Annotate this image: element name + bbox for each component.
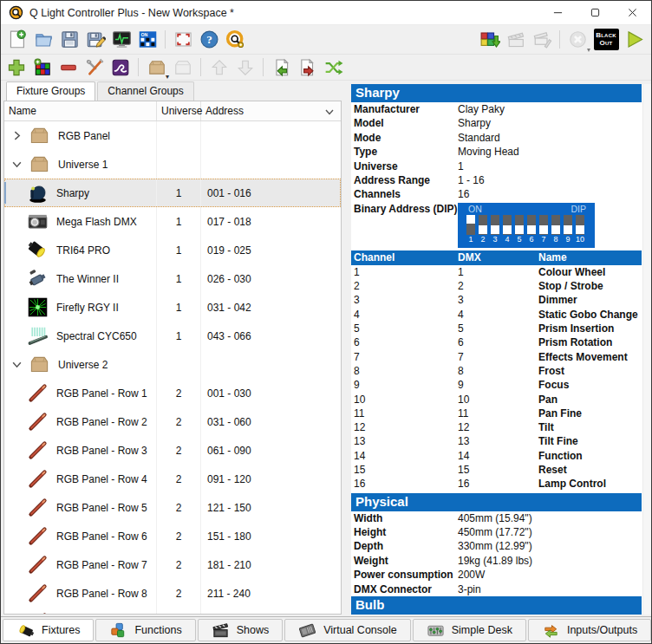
tree-cell-universe: 1	[157, 322, 201, 350]
property-row: Width405mm (15.94")	[351, 511, 642, 525]
dmx-number: 15	[458, 463, 538, 477]
svg-text:?: ?	[206, 33, 212, 46]
property-row: Universe1	[351, 159, 642, 173]
channel-number: 10	[351, 393, 458, 407]
tree-row-universe-2[interactable]: Universe 2	[4, 350, 341, 379]
tree-cell-universe: 2	[157, 579, 201, 608]
fixtures-panel: Fixture GroupsChannel Groups Name Univer…	[3, 81, 342, 615]
tree-row-sharpy[interactable]: Sharpy1001 - 016	[4, 179, 341, 207]
chevron-right-icon[interactable]	[11, 130, 23, 141]
tree-row-rgb-panel-row-9[interactable]: RGB Panel - Row 92241 - 270	[4, 608, 341, 614]
move-down-button[interactable]	[233, 56, 257, 78]
open-workspace-button[interactable]	[31, 28, 55, 51]
about-button[interactable]	[223, 28, 247, 51]
tab-channel-groups[interactable]: Channel Groups	[97, 81, 193, 101]
tree-row-firefly-rgy-ii[interactable]: Firefly RGY II1031 - 042	[4, 293, 341, 322]
chevron-down-icon[interactable]	[11, 159, 23, 170]
tree-row-rgb-panel[interactable]: RGB Panel	[4, 121, 341, 150]
toolbar-separator	[165, 30, 166, 49]
tree-row-rgb-panel-row-8[interactable]: RGB Panel - Row 82211 - 240	[4, 579, 341, 608]
tree-row-label: Spectral CYC650	[56, 330, 137, 342]
tree-row-rgb-panel-row-7[interactable]: RGB Panel - Row 72181 - 210	[4, 550, 341, 579]
export-fixtures-button[interactable]	[296, 56, 319, 78]
tree-row-spectral-cyc650[interactable]: Spectral CYC6501043 - 066	[4, 322, 341, 350]
close-icon	[628, 8, 637, 17]
maximize-icon	[590, 8, 600, 17]
property-label: Channels	[351, 187, 458, 201]
fixture-properties-button[interactable]	[82, 56, 106, 78]
tree-row-label: RGB Panel - Row 4	[56, 473, 147, 485]
tree-cell-address: 001 - 030	[201, 379, 341, 407]
mode-tab-inputs-outputs[interactable]: Inputs/Outputs	[528, 619, 651, 641]
tree-row-rgb-panel-row-2[interactable]: RGB Panel - Row 22031 - 060	[4, 407, 341, 436]
maximize-button[interactable]	[577, 1, 614, 24]
chevron-down-icon[interactable]	[11, 359, 23, 370]
address-tool-button[interactable]: ON	[135, 28, 160, 51]
dmx-monitor-button[interactable]	[109, 28, 134, 51]
channel-row: 11Colour Wheel	[351, 265, 642, 279]
panel-splitter[interactable]	[342, 81, 351, 615]
property-row: Address Range1 - 16	[351, 173, 642, 187]
close-button[interactable]	[614, 1, 651, 24]
channel-number: 14	[351, 449, 458, 463]
properties-icon	[85, 58, 104, 77]
add-fixture-button[interactable]	[4, 56, 28, 78]
blackout-button[interactable]: BlackOut	[591, 28, 621, 51]
dmx-dump-button[interactable]	[478, 28, 502, 51]
mode-tab-functions[interactable]: Functions	[95, 619, 195, 641]
mode-tab-virtual-console[interactable]: Virtual Console	[284, 619, 411, 641]
fixture-toolbar: ▾	[1, 55, 651, 81]
tree-row-label: The Winner II	[56, 273, 119, 285]
tree-row-rgb-panel-row-6[interactable]: RGB Panel - Row 62151 - 180	[4, 522, 341, 550]
tree-cell-name: Universe 1	[4, 150, 157, 179]
add-rgb-panel-button[interactable]	[30, 56, 54, 78]
tree-row-rgb-panel-row-5[interactable]: RGB Panel - Row 52121 - 150	[4, 493, 341, 522]
tree-row-rgb-panel-row-3[interactable]: RGB Panel - Row 32061 - 090	[4, 436, 341, 465]
new-workspace-button[interactable]	[5, 28, 29, 51]
column-header-name[interactable]: Name	[4, 101, 157, 120]
mode-tab-shows[interactable]: Shows	[198, 619, 284, 641]
tree-row-label: RGB Panel	[58, 130, 110, 142]
tree-row-universe-1[interactable]: Universe 1	[4, 150, 341, 179]
tree-row-the-winner-ii[interactable]: The Winner II1026 - 030	[4, 264, 341, 293]
move-up-button[interactable]	[207, 56, 231, 78]
tree-row-rgb-panel-row-1[interactable]: RGB Panel - Row 12001 - 030	[4, 379, 341, 407]
operate-mode-button[interactable]	[623, 28, 647, 51]
tree-row-rgb-panel-row-4[interactable]: RGB Panel - Row 42091 - 120	[4, 465, 341, 493]
tree-row-mega-flash-dmx[interactable]: Mega Flash DMX1017 - 018	[4, 207, 341, 236]
fullscreen-button[interactable]	[171, 28, 195, 51]
live-edit-vc-button[interactable]	[530, 28, 554, 51]
tree-cell-name: RGB Panel - Row 1	[4, 379, 157, 407]
tree-cell-address	[201, 121, 341, 150]
channel-name: Stop / Strobe	[538, 279, 642, 293]
remove-fixture-button[interactable]	[56, 56, 80, 78]
ungroup-button[interactable]	[171, 56, 194, 78]
minimize-button[interactable]	[539, 1, 577, 24]
dip-switch-off	[576, 215, 584, 235]
mode-tab-simple-desk[interactable]: Simple Desk	[413, 619, 526, 641]
channel-row: 66Prism Rotation	[351, 335, 642, 349]
save-as-button[interactable]	[83, 28, 108, 51]
tab-fixture-groups[interactable]: Fixture Groups	[6, 81, 95, 101]
dip-number: 8	[551, 235, 560, 244]
fixture-info-scrollbar[interactable]	[642, 84, 651, 615]
fixture-editor-button[interactable]	[108, 56, 132, 78]
column-header-address[interactable]: Address	[201, 101, 341, 120]
remap-fixtures-button[interactable]	[322, 56, 345, 78]
tree-cell-name: RGB Panel - Row 3	[4, 436, 157, 465]
titlebar[interactable]: Q Light Controller Plus - New Workspace …	[1, 1, 651, 25]
live-edit-function-button[interactable]	[504, 28, 528, 51]
help-button[interactable]: ?	[197, 28, 221, 51]
stop-all-functions-button[interactable]: ▾	[565, 28, 590, 51]
column-header-universe[interactable]: Universe	[157, 101, 201, 120]
channel-name: Pan	[538, 393, 642, 407]
channel-name: Static Gobo Change	[538, 308, 642, 322]
save-workspace-button[interactable]	[57, 28, 82, 51]
help-icon: ?	[199, 29, 219, 49]
add-group-button[interactable]: ▾	[145, 56, 168, 78]
mode-tab-label: Functions	[134, 624, 181, 636]
header-chevron-down-icon[interactable]	[324, 107, 335, 117]
import-fixtures-button[interactable]	[270, 56, 293, 78]
mode-tab-fixtures[interactable]: Fixtures	[3, 619, 94, 641]
tree-row-tri64-pro[interactable]: TRI64 PRO1019 - 025	[4, 236, 341, 264]
